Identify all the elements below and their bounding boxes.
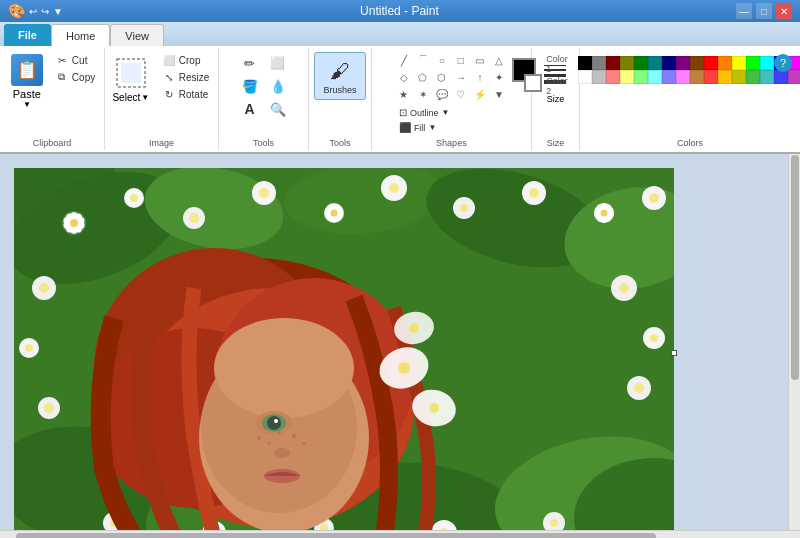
select-button[interactable] <box>112 54 150 92</box>
palette-color-lightyellow[interactable] <box>620 70 634 84</box>
outline-dropdown[interactable]: ▼ <box>441 108 449 117</box>
minimize-button[interactable]: — <box>736 3 752 19</box>
canvas-image[interactable] <box>14 168 674 530</box>
select-dropdown-arrow[interactable]: ▼ <box>141 93 149 102</box>
palette-color-teal[interactable] <box>648 56 662 70</box>
tools-small-right: ⬜ 💧 🔍 <box>265 52 291 120</box>
paste-button[interactable]: 📋 Paste ▼ <box>5 52 49 111</box>
paint-canvas[interactable] <box>14 168 674 530</box>
shape-hexagon[interactable]: ⬡ <box>433 69 451 85</box>
color2-box[interactable] <box>524 74 542 92</box>
palette-color-tan[interactable] <box>690 70 704 84</box>
palette-color-red[interactable] <box>704 56 718 70</box>
palette-color-yellow[interactable] <box>732 56 746 70</box>
redo-button[interactable]: ↪ <box>41 6 49 17</box>
tab-view[interactable]: View <box>110 24 164 46</box>
clipboard-group: 📋 Paste ▼ ✂ Cut ⧉ Copy Clipboard <box>0 48 105 150</box>
palette-color-silver[interactable] <box>592 70 606 84</box>
color1-label: Color 1 <box>546 54 572 74</box>
palette-color-olive[interactable] <box>620 56 634 70</box>
palette-color-black[interactable] <box>578 56 592 70</box>
shape-oval[interactable]: ○ <box>433 52 451 68</box>
select-group: Select ▼ <box>110 52 152 105</box>
rotate-button[interactable]: ↻ Rotate <box>158 86 214 102</box>
color-stack <box>512 58 542 92</box>
paste-dropdown[interactable]: ▼ <box>23 100 31 109</box>
maximize-button[interactable]: □ <box>756 3 772 19</box>
horizontal-scrollbar[interactable] <box>0 530 800 538</box>
shape-more[interactable]: ▼ <box>490 86 508 102</box>
close-button[interactable]: ✕ <box>776 3 792 19</box>
crop-button[interactable]: ⬜ Crop <box>158 52 214 68</box>
help-button[interactable]: ? <box>774 54 792 72</box>
palette-color-medpurple[interactable] <box>788 70 800 84</box>
cut-button[interactable]: ✂ Cut <box>51 52 99 68</box>
palette-color-orange[interactable] <box>718 56 732 70</box>
magnify-button[interactable]: 🔍 <box>265 98 291 120</box>
palette-color-lightsalmon[interactable] <box>606 70 620 84</box>
palette-color-darkred[interactable] <box>606 56 620 70</box>
shape-star6[interactable]: ✶ <box>414 86 432 102</box>
brushes-button[interactable]: 🖌 Brushes <box>314 52 365 100</box>
shape-callout[interactable]: 💬 <box>433 86 451 102</box>
shape-curve[interactable]: ⌒ <box>414 52 432 68</box>
tab-file[interactable]: File <box>4 24 51 46</box>
svg-point-98 <box>601 210 608 217</box>
palette-color-gray[interactable] <box>592 56 606 70</box>
fill-button[interactable]: 🪣 <box>237 75 263 97</box>
eraser-button[interactable]: ⬜ <box>265 52 291 74</box>
palette-color-cyan[interactable] <box>760 56 774 70</box>
palette-color-navy[interactable] <box>662 56 676 70</box>
resize-button[interactable]: ⤡ Resize <box>158 69 214 85</box>
shape-diamond[interactable]: ◇ <box>395 69 413 85</box>
palette-color-medcyan[interactable] <box>760 70 774 84</box>
shape-star5[interactable]: ★ <box>395 86 413 102</box>
shape-roundrect[interactable]: ▭ <box>471 52 489 68</box>
palette-color-coral[interactable] <box>704 70 718 84</box>
vertical-scrollbar-thumb[interactable] <box>791 155 799 381</box>
pencil-button[interactable]: ✏ <box>237 52 263 74</box>
shape-heart[interactable]: ♡ <box>452 86 470 102</box>
fill-shape-button[interactable]: ⬛ Fill ▼ <box>397 121 451 134</box>
copy-button[interactable]: ⧉ Copy <box>51 69 99 85</box>
shape-rect[interactable]: □ <box>452 52 470 68</box>
palette-color-darkgreen[interactable] <box>634 56 648 70</box>
canvas-inner[interactable] <box>0 154 788 530</box>
shape-lightning[interactable]: ⚡ <box>471 86 489 102</box>
shape-line[interactable]: ╱ <box>395 52 413 68</box>
palette-row-2 <box>578 70 800 84</box>
palette-color-amber[interactable] <box>718 70 732 84</box>
palette-color-darkyellow[interactable] <box>732 70 746 84</box>
shape-star4[interactable]: ✦ <box>490 69 508 85</box>
fill-dropdown[interactable]: ▼ <box>428 123 436 132</box>
shape-pentagon[interactable]: ⬠ <box>414 69 432 85</box>
palette-color-white[interactable] <box>578 70 592 84</box>
shape-arrow-right[interactable]: → <box>452 69 470 85</box>
shape-triangle[interactable]: △ <box>490 52 508 68</box>
quick-access-dropdown[interactable]: ▼ <box>53 6 63 17</box>
palette-color-lightcyan[interactable] <box>648 70 662 84</box>
crop-icon: ⬜ <box>162 53 176 67</box>
palette-color-medgreen[interactable] <box>746 70 760 84</box>
picker-button[interactable]: 💧 <box>265 75 291 97</box>
outline-button[interactable]: ⊡ Outline ▼ <box>397 106 451 119</box>
text-button[interactable]: A <box>237 98 263 120</box>
undo-button[interactable]: ↩ <box>29 6 37 17</box>
palette-color-medblue[interactable] <box>774 70 788 84</box>
palette-row-1 <box>578 56 800 70</box>
palette-color-lightblue[interactable] <box>662 70 676 84</box>
palette-color-brown[interactable] <box>690 56 704 70</box>
vertical-scrollbar[interactable] <box>788 154 800 530</box>
palette-color-purple[interactable] <box>676 56 690 70</box>
horizontal-scrollbar-thumb[interactable] <box>16 533 656 539</box>
image-label: Image <box>111 136 212 148</box>
tab-home[interactable]: Home <box>51 24 110 46</box>
tools-content: ✏ 🪣 A ⬜ 💧 <box>237 50 291 136</box>
resize-handle-right-center[interactable] <box>671 350 677 356</box>
palette-color-lightgreen[interactable] <box>634 70 648 84</box>
svg-point-36 <box>634 383 644 393</box>
shape-arrow-up[interactable]: ↑ <box>471 69 489 85</box>
brushes-label: Brushes <box>323 85 356 95</box>
palette-color-lime[interactable] <box>746 56 760 70</box>
palette-color-lightmagenta[interactable] <box>676 70 690 84</box>
